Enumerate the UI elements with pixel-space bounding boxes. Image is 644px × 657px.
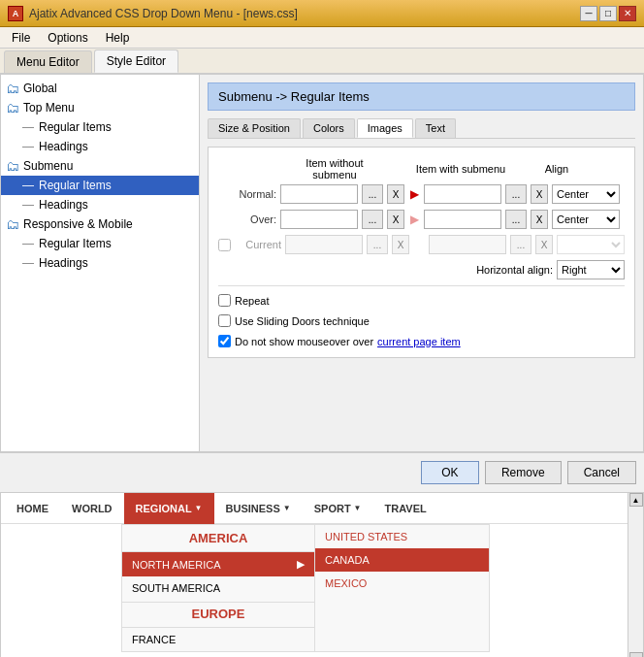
current-left-clear-btn[interactable]: X <box>392 235 409 254</box>
normal-right-input[interactable] <box>424 184 501 204</box>
over-left-clear-btn[interactable]: X <box>387 210 404 229</box>
current-align-select[interactable] <box>557 235 625 254</box>
over-align-select[interactable]: Center Left Right <box>552 210 620 229</box>
current-left-input[interactable] <box>285 235 363 254</box>
tree-item-sub-regular[interactable]: — Regular Items <box>1 176 199 195</box>
scroll-down-btn[interactable]: ▼ <box>629 652 643 657</box>
dropdown-item-united-states[interactable]: UNITED STATES <box>315 525 489 548</box>
no-mouseover-label: Do not show mouseover over <box>235 336 373 347</box>
normal-right-clear-btn[interactable]: X <box>531 184 548 204</box>
north-america-arrow: ▶ <box>297 558 305 571</box>
current-row: Current ... X ... X <box>218 235 625 254</box>
nav-regional[interactable]: REGIONAL ▼ <box>124 493 214 524</box>
over-right-input[interactable] <box>424 210 501 229</box>
over-right-clear-btn[interactable]: X <box>531 210 548 229</box>
window-controls: ─ □ ✕ <box>580 6 636 21</box>
tree-label-submenu: Submenu <box>23 159 73 173</box>
dash-icon: — <box>20 197 36 213</box>
restore-button[interactable]: □ <box>599 6 617 21</box>
nav-sport[interactable]: SPORT ▼ <box>303 493 373 524</box>
horizontal-align-select[interactable]: Right Left Center <box>557 260 625 279</box>
tree-item-responsive[interactable]: 🗂 Responsive & Mobile <box>1 214 199 234</box>
tree-item-top-headings[interactable]: — Headings <box>1 137 199 156</box>
dropdown-col2: UNITED STATES CANADA MEXICO <box>315 524 490 652</box>
tab-colors[interactable]: Colors <box>303 118 355 138</box>
current-right-browse-btn[interactable]: ... <box>510 235 531 254</box>
panel-title: Submenu -> Regular Items <box>208 82 635 111</box>
folder-icon: 🗂 <box>5 216 20 232</box>
normal-arrow: ▶ <box>410 187 419 201</box>
close-button[interactable]: ✕ <box>619 6 636 21</box>
repeat-row: Repeat <box>218 294 625 307</box>
window-title: Ajatix Advanced CSS Drop Down Menu - [ne… <box>29 7 298 20</box>
menu-help[interactable]: Help <box>98 29 138 47</box>
normal-align-select[interactable]: Center Left Right <box>552 184 620 204</box>
tree-label-responsive: Responsive & Mobile <box>23 217 133 231</box>
current-right-clear-btn[interactable]: X <box>535 235 553 254</box>
folder-icon: 🗂 <box>5 81 20 96</box>
tab-text[interactable]: Text <box>415 118 456 138</box>
tab-menu-editor[interactable]: Menu Editor <box>4 50 92 73</box>
normal-left-input[interactable] <box>280 184 358 204</box>
over-right-browse-btn[interactable]: ... <box>505 210 527 229</box>
no-mouseover-row: Do not show mouseover over current page … <box>218 335 625 347</box>
app-icon: A <box>8 6 23 21</box>
tree-item-top-regular[interactable]: — Regular Items <box>1 117 199 137</box>
menu-options[interactable]: Options <box>40 29 95 47</box>
menu-bar: File Options Help <box>0 27 644 49</box>
over-left-browse-btn[interactable]: ... <box>362 210 383 229</box>
tree-label-top-headings: Headings <box>39 140 88 153</box>
tree-label-resp-regular: Regular Items <box>39 237 112 250</box>
ok-button[interactable]: OK <box>421 461 479 484</box>
france-label: FRANCE <box>132 634 176 645</box>
tree-item-resp-regular[interactable]: — Regular Items <box>1 234 199 253</box>
dropdown: AMERICA NORTH AMERICA ▶ SOUTH AMERICA EU… <box>121 524 643 652</box>
preview-area: HOME WORLD REGIONAL ▼ BUSINESS ▼ SPORT ▼… <box>0 492 644 657</box>
current-right-input[interactable] <box>429 235 506 254</box>
business-arrow: ▼ <box>283 504 291 512</box>
dropdown-item-south-america[interactable]: SOUTH AMERICA <box>122 576 314 600</box>
dropdown-item-canada[interactable]: CANADA <box>315 548 489 572</box>
dropdown-item-north-america[interactable]: NORTH AMERICA ▶ <box>122 552 314 576</box>
nav-business[interactable]: BUSINESS ▼ <box>214 493 303 524</box>
tree-item-global[interactable]: 🗂 Global <box>1 79 199 98</box>
over-left-input[interactable] <box>280 210 358 229</box>
scroll-up-btn[interactable]: ▲ <box>629 493 643 507</box>
normal-right-browse-btn[interactable]: ... <box>505 184 527 204</box>
tab-images[interactable]: Images <box>357 118 413 138</box>
dash-icon: — <box>20 255 36 271</box>
menu-file[interactable]: File <box>4 29 38 47</box>
minimize-button[interactable]: ─ <box>580 6 597 21</box>
tree-item-resp-headings[interactable]: — Headings <box>1 253 199 273</box>
remove-button[interactable]: Remove <box>485 461 562 484</box>
normal-left-clear-btn[interactable]: X <box>387 184 404 204</box>
tree-label-resp-headings: Headings <box>39 256 88 270</box>
tab-style-editor[interactable]: Style Editor <box>94 49 178 73</box>
no-mouseover-checkbox[interactable] <box>218 335 231 347</box>
cancel-button[interactable]: Cancel <box>567 461 636 484</box>
normal-row: Normal: ... X ▶ ... X Center Left Right <box>218 184 625 204</box>
nav-home[interactable]: HOME <box>5 493 60 524</box>
right-panel: Submenu -> Regular Items Size & Position… <box>200 75 643 451</box>
north-america-label: NORTH AMERICA <box>132 559 220 571</box>
tree-item-top-menu[interactable]: 🗂 Top Menu <box>1 98 199 117</box>
dropdown-item-france[interactable]: FRANCE <box>122 628 314 651</box>
sliding-doors-checkbox[interactable] <box>218 314 231 327</box>
nav-bar: HOME WORLD REGIONAL ▼ BUSINESS ▼ SPORT ▼… <box>1 493 643 524</box>
nav-world[interactable]: WORLD <box>60 493 124 524</box>
tab-size-position[interactable]: Size & Position <box>208 118 301 138</box>
sport-arrow: ▼ <box>354 504 362 512</box>
tree-label-top-menu: Top Menu <box>23 101 75 115</box>
nav-travel[interactable]: TRAVEL <box>373 493 438 524</box>
repeat-checkbox[interactable] <box>218 294 231 307</box>
tree-label-top-regular: Regular Items <box>39 120 112 134</box>
dropdown-item-mexico[interactable]: MEXICO <box>315 572 489 595</box>
normal-left-browse-btn[interactable]: ... <box>362 184 383 204</box>
current-left-browse-btn[interactable]: ... <box>367 235 388 254</box>
current-page-link[interactable]: current page item <box>377 336 461 347</box>
tree-item-submenu[interactable]: 🗂 Submenu <box>1 156 199 176</box>
tree-label-sub-headings: Headings <box>39 198 88 212</box>
tree-item-sub-headings[interactable]: — Headings <box>1 195 199 214</box>
dash-icon: — <box>20 178 36 193</box>
current-checkbox[interactable] <box>218 239 231 251</box>
